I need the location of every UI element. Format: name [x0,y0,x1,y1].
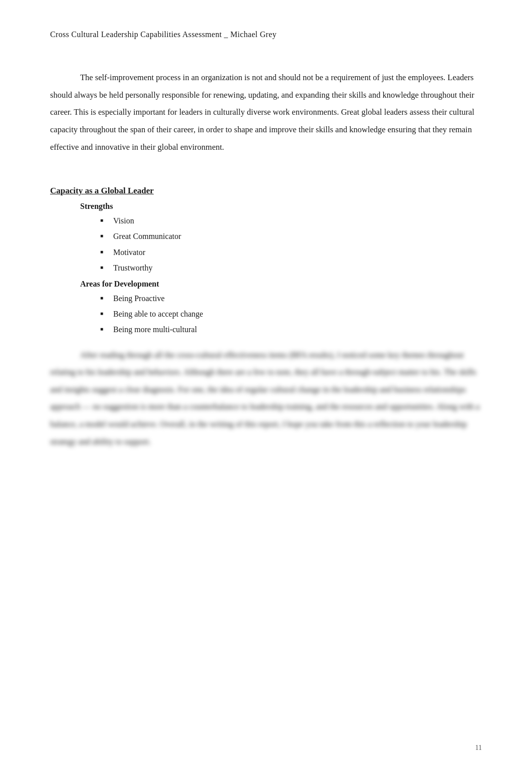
page-number: 11 [475,744,482,752]
page: Cross Cultural Leadership Capabilities A… [0,0,532,782]
section-title: Capacity as a Global Leader [50,186,482,196]
list-item: ■ Being more multi-cultural [100,323,482,336]
development-list: ■ Being Proactive ■ Being able to accept… [100,292,482,337]
header: Cross Cultural Leadership Capabilities A… [50,30,482,39]
bullet-icon: ■ [100,325,108,333]
bullet-icon: ■ [100,294,108,302]
list-item: ■ Great Communicator [100,229,482,243]
strengths-label: Strengths [80,202,482,211]
blurred-section: After reading through all the cross-cult… [50,347,482,451]
header-title: Cross Cultural Leadership Capabilities A… [50,30,277,39]
strength-4: Trustworthy [113,261,153,275]
bullet-icon: ■ [100,216,108,224]
list-item: ■ Being able to accept change [100,307,482,321]
list-item: ■ Trustworthy [100,261,482,275]
development-2: Being able to accept change [113,307,203,321]
capacity-section: Capacity as a Global Leader Strengths ■ … [50,186,482,336]
strengths-list: ■ Vision ■ Great Communicator ■ Motivato… [100,214,482,275]
bullet-icon: ■ [100,309,108,318]
bullet-icon: ■ [100,247,108,256]
bullet-icon: ■ [100,263,108,272]
intro-paragraph: The self-improvement process in an organ… [50,69,482,156]
list-item: ■ Being Proactive [100,292,482,305]
list-item: ■ Motivator [100,245,482,259]
strength-1: Vision [113,214,134,227]
list-item: ■ Vision [100,214,482,227]
development-1: Being Proactive [113,292,165,305]
blurred-paragraph: After reading through all the cross-cult… [50,347,482,451]
strength-3: Motivator [113,245,145,259]
bullet-icon: ■ [100,231,108,240]
development-3: Being more multi-cultural [113,323,197,336]
development-label: Areas for Development [80,280,482,289]
strength-2: Great Communicator [113,229,181,243]
